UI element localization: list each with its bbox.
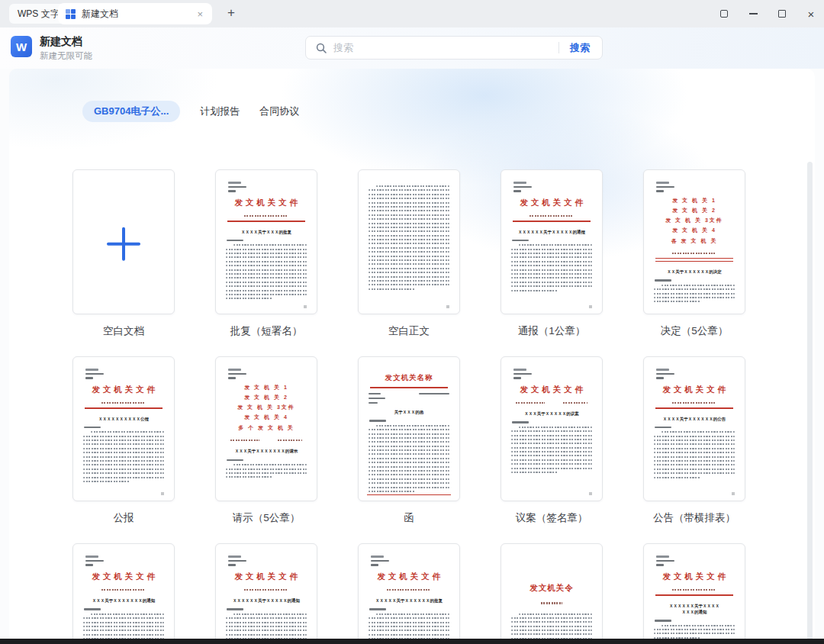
body-text-line [511, 435, 592, 436]
body-text-line [511, 253, 592, 254]
tab-close-icon[interactable]: × [195, 9, 204, 19]
meta-line [228, 190, 236, 192]
body-text-line [511, 265, 592, 266]
body-text-line [369, 470, 449, 472]
tab-gb9704[interactable]: GB9704电子公... [82, 101, 180, 122]
page-number-mark [446, 305, 449, 308]
template-card[interactable]: 发 文 机 关 1发 文 机 关 2发 文 机 关 3文件发 文 机 关 4各 … [643, 169, 745, 314]
template-cell: 空白正文 [358, 169, 460, 340]
body-text-line [226, 476, 272, 478]
search-bar[interactable]: 搜索 [305, 36, 603, 60]
body-text-line [654, 293, 735, 295]
body-text-line [511, 285, 592, 287]
body-text-line [654, 456, 735, 458]
page-number-mark [589, 492, 592, 495]
document-tab[interactable]: 新建文档 × [58, 3, 212, 24]
template-card[interactable]: 发 文 机 关 1发 文 机 关 2发 文 机 关 3文件发 文 机 关 4多 … [215, 356, 317, 501]
body-text-line [226, 282, 307, 283]
template-label: 议案（签名章） [501, 501, 603, 527]
template-card[interactable]: 发 文 机 关 文 件ＸＸＸ关于ＸＸＸＸＸＸＸ的通知 [72, 543, 175, 644]
template-card[interactable] [358, 169, 460, 314]
body-text-line [369, 235, 449, 237]
tab-plan-report[interactable]: 计划报告 [200, 105, 240, 118]
red-separator-line [655, 594, 733, 596]
template-card[interactable]: 发 文 机 关 文 件ＸＸＸＸＸＸ关于ＸＸＸＸＸ的通知 [215, 543, 317, 644]
doc-preview: 发 文 机 关 文 件ＸＸＸ关于ＸＸＸＸＸ的议案 [501, 357, 602, 501]
doc-preview: 发 文 机 关 文 件ＸＸＸＸＸＸＸＸＸＸ公报 [73, 357, 174, 501]
body-text-line [233, 464, 307, 465]
doc-red-title: 发 文 机 关 文 件 [511, 198, 592, 208]
meta-line [656, 377, 664, 379]
doc-number-right [278, 440, 302, 442]
template-panel: GB9704电子公... 计划报告 合同协议 空白文档发 文 机 关 文 件ＸＸ… [9, 69, 815, 644]
vertical-scrollbar[interactable] [807, 162, 813, 644]
template-label: 决定（5公章） [643, 314, 745, 340]
doc-red-title: 发 文 机 关 文 件 [226, 198, 307, 208]
body-text-line [511, 430, 592, 432]
red-separator-line [513, 221, 591, 222]
doc-number-line [244, 215, 288, 217]
doc-number-line [101, 402, 146, 404]
body-text-line [369, 630, 449, 631]
bottom-edge-strip [0, 639, 824, 644]
doc-meta-lines [513, 369, 592, 379]
body-text-line [369, 474, 449, 475]
template-card[interactable]: 发 文 机 关 文 件ＸＸＸＸＸＸ关于ＸＸＸＸＸ的通报 [501, 169, 603, 314]
doc-meta-lines [228, 555, 307, 566]
doc-preview: 发 文 机 关 1发 文 机 关 2发 文 机 关 3文件发 文 机 关 4各 … [644, 170, 745, 314]
template-card[interactable]: 发 文 机 关 文 件ＸＸＸ关于ＸＸＸＸＸ的议案 [501, 356, 603, 501]
template-cell: 发 文 机 关 文 件ＸＸＸＸＸ关于ＸＸＸＸＸＸ的批复 [358, 543, 460, 644]
body-text-line [369, 487, 449, 488]
doc-heading: ＸＸＸＸＸ关于ＸＸＸＸＸＸ的批复 [369, 597, 449, 604]
body-text-line [369, 276, 449, 278]
meta-line [85, 564, 93, 566]
meta-line [513, 377, 521, 379]
template-card[interactable]: 发 文 机 关 文 件ＸＸＸＸＸ关于ＸＸＸＸＸＸ的批复 [358, 543, 460, 644]
body-text-line [511, 439, 592, 440]
body-text-line [369, 449, 449, 451]
salutation-line [655, 279, 671, 282]
template-card[interactable]: 发 文 机 关 文 件ＸＸＸＸ关于ＸＸＸＸＸＸ的公告 [643, 356, 745, 501]
template-card[interactable]: 发 文 机 关 文 件ＸＸＸＸＸＸ关于ＸＸＸＸ ＸＸＸ的通知 [643, 543, 745, 644]
body-text-line [226, 253, 307, 254]
minimize-icon[interactable] [748, 8, 758, 19]
doc-number-line [387, 589, 431, 591]
doc-red-title: 发 文 机 关 文 件 [83, 385, 164, 395]
body-text-line [654, 469, 735, 470]
template-card[interactable] [72, 169, 175, 314]
app-header: W 新建文档 新建无限可能 搜索 [0, 27, 824, 69]
issuing-org-line: 发 文 机 关 2 [226, 392, 307, 402]
doc-preview [73, 170, 174, 314]
issuing-org-line: 各 发 文 机 关 [654, 236, 735, 246]
body-text-line [226, 617, 307, 619]
close-icon[interactable]: × [806, 8, 816, 19]
body-text-line [511, 282, 592, 283]
body-text-line [226, 472, 307, 474]
doc-preview: 发 文 机 关 文 件ＸＸＸＸ关于ＸＸＸ的批复 [216, 170, 317, 314]
new-tab-button[interactable]: + [223, 5, 240, 21]
page-subtitle: 新建无限可能 [40, 50, 92, 62]
template-card[interactable]: 发文机关令 [501, 543, 603, 644]
tab-overview-icon[interactable] [719, 8, 729, 19]
meta-row [369, 393, 449, 395]
search-input[interactable] [333, 42, 558, 53]
body-text-line [369, 239, 449, 240]
tab-contract[interactable]: 合同协议 [259, 105, 299, 118]
body-text-line [369, 478, 449, 480]
meta-line [656, 186, 674, 188]
doc-number-line [672, 402, 716, 404]
template-card[interactable]: 发文机关名称关于ＸＸＸ的函 [358, 356, 460, 501]
template-cell: 空白文档 [72, 169, 175, 340]
doc-meta-lines [656, 555, 735, 566]
body-text-line [511, 447, 592, 449]
doc-red-title: 发 文 机 关 文 件 [369, 572, 449, 582]
template-card[interactable]: 发 文 机 关 文 件ＸＸＸＸＸＸＸＸＸＸ公报 [72, 356, 175, 501]
body-text-line [654, 633, 735, 634]
template-card[interactable]: 发 文 机 关 文 件ＸＸＸＸ关于ＸＸＸ的批复 [215, 169, 317, 314]
body-text-line [511, 277, 592, 279]
meta-line [228, 555, 241, 558]
body-text-line [511, 290, 558, 291]
search-button[interactable]: 搜索 [559, 41, 602, 55]
template-cell: 发 文 机 关 1发 文 机 关 2发 文 机 关 3文件发 文 机 关 4多 … [215, 356, 317, 527]
maximize-icon[interactable] [777, 8, 787, 19]
